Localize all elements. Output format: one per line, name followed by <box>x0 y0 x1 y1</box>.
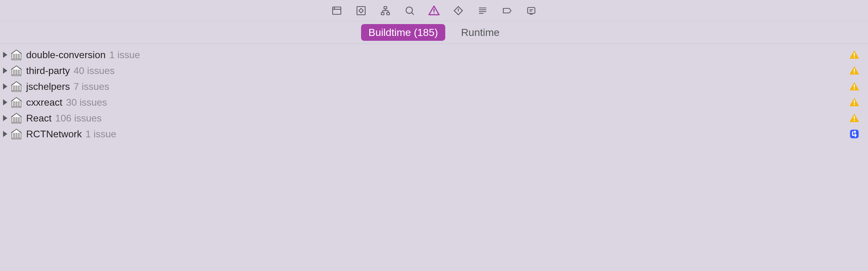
disclosure-triangle-icon[interactable] <box>3 67 7 74</box>
find-navigator-icon[interactable] <box>404 5 416 17</box>
framework-icon <box>10 64 23 77</box>
issue-navigator-icon[interactable] <box>428 5 440 17</box>
svg-rect-15 <box>18 70 20 75</box>
svg-rect-29 <box>16 117 17 123</box>
svg-point-27 <box>854 104 855 105</box>
svg-point-5 <box>406 7 412 13</box>
static-analyzer-icon <box>849 129 860 139</box>
test-navigator-icon[interactable] <box>452 5 464 17</box>
issue-group-name: cxxreact <box>26 97 62 108</box>
issue-group-row[interactable]: RCTNetwork 1 issue <box>0 126 868 142</box>
svg-rect-19 <box>16 86 17 91</box>
svg-rect-24 <box>16 102 17 107</box>
disclosure-triangle-icon[interactable] <box>3 115 7 121</box>
svg-rect-0 <box>333 7 341 14</box>
disclosure-triangle-icon[interactable] <box>3 83 7 89</box>
issue-group-name: double-conversion <box>26 49 106 61</box>
framework-icon <box>10 128 23 140</box>
svg-rect-23 <box>13 102 14 107</box>
warning-icon <box>849 65 860 76</box>
svg-point-22 <box>854 88 855 89</box>
issue-group-count: 1 issue <box>85 129 116 140</box>
issue-group-row[interactable]: jschelpers 7 issues <box>0 79 868 94</box>
issue-group-row[interactable]: cxxreact 30 issues <box>0 94 868 110</box>
svg-rect-20 <box>18 86 20 91</box>
svg-rect-14 <box>16 70 17 75</box>
project-navigator-icon[interactable] <box>331 5 343 17</box>
framework-icon <box>10 80 23 92</box>
svg-rect-18 <box>13 86 14 91</box>
report-navigator-icon[interactable] <box>525 5 537 17</box>
svg-rect-30 <box>18 117 20 123</box>
issue-group-name: RCTNetwork <box>26 129 82 140</box>
svg-rect-36 <box>12 138 21 139</box>
issue-group-row[interactable]: React 106 issues <box>0 110 868 126</box>
issue-group-name: jschelpers <box>26 81 70 92</box>
symbol-navigator-icon[interactable] <box>379 5 392 17</box>
warning-icon <box>849 113 860 123</box>
tab-buildtime[interactable]: Buildtime (185) <box>361 24 445 41</box>
issue-group-count: 30 issues <box>66 97 107 108</box>
svg-rect-31 <box>12 123 21 123</box>
svg-rect-16 <box>12 75 21 76</box>
debug-navigator-icon[interactable] <box>476 5 489 17</box>
svg-point-6 <box>434 13 435 14</box>
warning-icon <box>849 81 860 92</box>
tab-runtime[interactable]: Runtime <box>454 24 507 41</box>
framework-icon <box>10 112 23 124</box>
svg-rect-9 <box>16 54 17 59</box>
svg-rect-33 <box>13 133 14 138</box>
svg-rect-10 <box>18 54 20 59</box>
svg-point-12 <box>854 57 855 58</box>
framework-icon <box>10 49 23 61</box>
framework-icon <box>10 96 23 108</box>
navigator-toolbar <box>0 0 868 21</box>
svg-point-17 <box>854 73 855 74</box>
svg-rect-1 <box>357 6 365 15</box>
svg-rect-11 <box>12 59 21 60</box>
source-control-navigator-icon[interactable] <box>355 5 367 17</box>
issue-group-count: 1 issue <box>110 49 140 61</box>
svg-rect-21 <box>12 91 21 92</box>
svg-rect-28 <box>13 117 14 123</box>
warning-icon <box>849 97 860 107</box>
svg-rect-7 <box>528 7 535 13</box>
svg-rect-26 <box>12 107 21 107</box>
issue-list: double-conversion 1 issue third-party 40… <box>0 44 868 142</box>
issue-group-count: 106 issues <box>55 113 102 124</box>
svg-rect-25 <box>18 102 20 107</box>
issue-group-row[interactable]: third-party 40 issues <box>0 63 868 79</box>
issue-group-row[interactable]: double-conversion 1 issue <box>0 47 868 63</box>
disclosure-triangle-icon[interactable] <box>3 131 7 137</box>
disclosure-triangle-icon[interactable] <box>3 99 7 105</box>
svg-rect-3 <box>381 12 384 15</box>
svg-rect-35 <box>18 133 20 138</box>
issue-group-name: React <box>26 113 52 124</box>
disclosure-triangle-icon[interactable] <box>3 52 7 58</box>
issue-group-name: third-party <box>26 65 70 76</box>
svg-rect-4 <box>387 12 390 15</box>
svg-rect-34 <box>16 133 17 138</box>
warning-icon <box>849 50 860 60</box>
issue-group-count: 7 issues <box>73 81 109 92</box>
svg-rect-13 <box>13 70 14 75</box>
svg-point-32 <box>854 120 855 121</box>
breakpoint-navigator-icon[interactable] <box>501 5 513 17</box>
issue-group-count: 40 issues <box>73 65 115 76</box>
svg-rect-8 <box>13 54 14 59</box>
issue-scope-tabs: Buildtime (185) Runtime <box>0 21 868 44</box>
svg-rect-2 <box>384 6 387 9</box>
